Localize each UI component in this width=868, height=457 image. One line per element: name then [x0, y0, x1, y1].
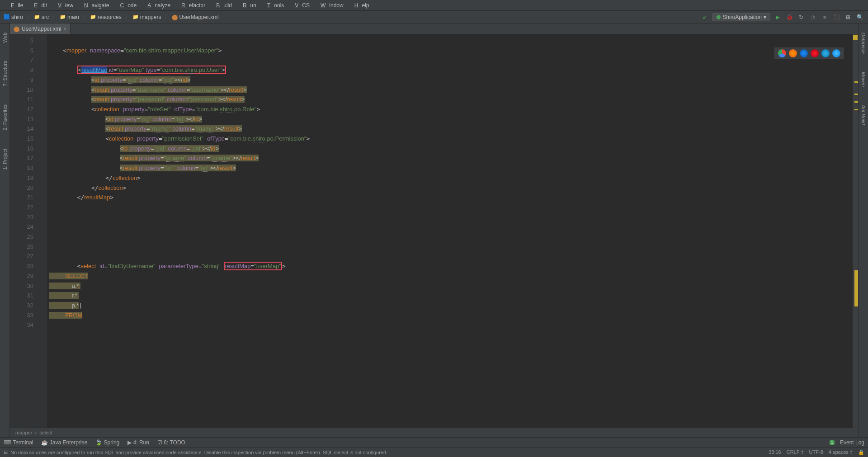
code-structure-breadcrumb[interactable]: mapper › select [10, 428, 858, 437]
menu-vcs[interactable]: VCS [288, 1, 313, 9]
tool-antbuild[interactable]: Ant Build [861, 105, 866, 125]
stop-button[interactable]: ■ [820, 13, 829, 22]
encoding[interactable]: UTF-8 [809, 449, 823, 455]
menu-help[interactable]: Help [347, 1, 373, 9]
menu-edit[interactable]: Edit [27, 1, 51, 9]
breadcrumb-shiro[interactable]: 🟦 shiro [4, 14, 23, 20]
safari-icon[interactable] [800, 49, 808, 57]
indent[interactable]: 4 spaces ‡ [829, 449, 853, 455]
coverage-button[interactable]: ↻ [797, 13, 806, 22]
tool-run[interactable]: ▶ 4: Run [127, 439, 149, 446]
git-pull-icon[interactable]: ↙ [700, 13, 709, 22]
tool-favorites[interactable]: 2: Favorites [2, 104, 8, 130]
opera-icon[interactable] [811, 49, 819, 57]
menu-view[interactable]: View [51, 1, 77, 9]
tab-usermapper[interactable]: ⬤ UserMapper.xml × [10, 24, 71, 34]
menu-file[interactable]: File [4, 1, 27, 9]
ie-icon[interactable] [821, 49, 830, 57]
debug-button[interactable]: 🐞 [785, 13, 794, 22]
profile-button[interactable]: ◔ [808, 13, 817, 22]
git-update-icon[interactable]: ⬛ [832, 13, 841, 22]
search-everywhere-icon[interactable]: 🔍 [855, 13, 864, 22]
status-message: No data sources are configured to run th… [10, 450, 387, 455]
event-log[interactable]: Event Log [840, 439, 864, 446]
menu-navigate[interactable]: Navigate [77, 1, 113, 9]
tool-database[interactable]: Database [861, 33, 866, 54]
menu-run[interactable]: Run [236, 1, 260, 9]
breadcrumb-resources[interactable]: 📁 resources [90, 14, 122, 20]
breadcrumb: 🟦 shiro〉📁 src〉📁 main〉📁 resources〉📁 mappe… [4, 13, 219, 21]
menu-tools[interactable]: Tools [260, 1, 288, 9]
tool-maven[interactable]: Maven [861, 72, 866, 87]
status-icon[interactable]: ⊟ [4, 449, 8, 455]
breadcrumb-mappers[interactable]: 📁 mappers [132, 14, 161, 20]
left-tool-stripe: Web7: Structure2: Favorites1: Project [0, 24, 10, 437]
chrome-icon[interactable] [778, 49, 786, 57]
firefox-icon[interactable] [789, 49, 797, 57]
browser-preview-bar [774, 47, 844, 60]
run-config-select[interactable]: ⬣ ShiroApplication ▾ [712, 13, 770, 21]
run-button[interactable]: ▶ [773, 13, 782, 22]
tool-javaenterprise[interactable]: ☕ Java Enterprise [41, 439, 87, 446]
breadcrumb-main[interactable]: 📁 main [60, 14, 79, 20]
menu-bar: FileEditViewNavigateCodeAnalyzeRefactorB… [0, 0, 868, 11]
close-icon[interactable]: × [63, 26, 66, 32]
line-ending[interactable]: CRLF ‡ [787, 449, 804, 455]
editor-tabs: ⬤ UserMapper.xml × [10, 24, 858, 34]
menu-build[interactable]: Build [209, 1, 236, 9]
tool-structure[interactable]: 7: Structure [2, 61, 8, 86]
error-stripe[interactable] [853, 34, 858, 428]
event-badge: 1 [830, 440, 835, 445]
menu-refactor[interactable]: Refactor [174, 1, 209, 9]
tool-project[interactable]: 1: Project [2, 149, 8, 170]
navigation-toolbar: 🟦 shiro〉📁 src〉📁 main〉📁 resources〉📁 mappe… [0, 11, 868, 24]
menu-window[interactable]: Window [313, 1, 347, 9]
status-bar: ⊟ No data sources are configured to run … [0, 447, 868, 457]
ide-settings-icon[interactable]: ⊞ [844, 13, 853, 22]
lock-icon[interactable]: 🔒 [858, 449, 864, 455]
tool-spring[interactable]: 🍃 Spring [95, 439, 119, 446]
line-gutter: 5678910111213141516171819202122232425262… [10, 34, 42, 428]
bottom-tool-stripe: ⌨ Terminal☕ Java Enterprise🍃 Spring▶ 4: … [0, 437, 868, 447]
tool-web[interactable]: Web [2, 33, 8, 42]
right-tool-stripe: DatabaseMavenAnt Build [858, 24, 868, 437]
menu-analyze[interactable]: Analyze [140, 1, 174, 9]
edge-icon[interactable] [832, 49, 840, 57]
caret-position[interactable]: 33:16 [769, 449, 781, 455]
tool-todo[interactable]: ☑ 6: TODO [157, 439, 185, 446]
menu-code[interactable]: Code [113, 1, 140, 9]
breadcrumb-usermapper.xml[interactable]: ⬤ UserMapper.xml [172, 14, 218, 20]
code-editor[interactable]: 5678910111213141516171819202122232425262… [10, 34, 858, 428]
tool-terminal[interactable]: ⌨ Terminal [4, 439, 33, 446]
breadcrumb-src[interactable]: 📁 src [34, 14, 49, 20]
